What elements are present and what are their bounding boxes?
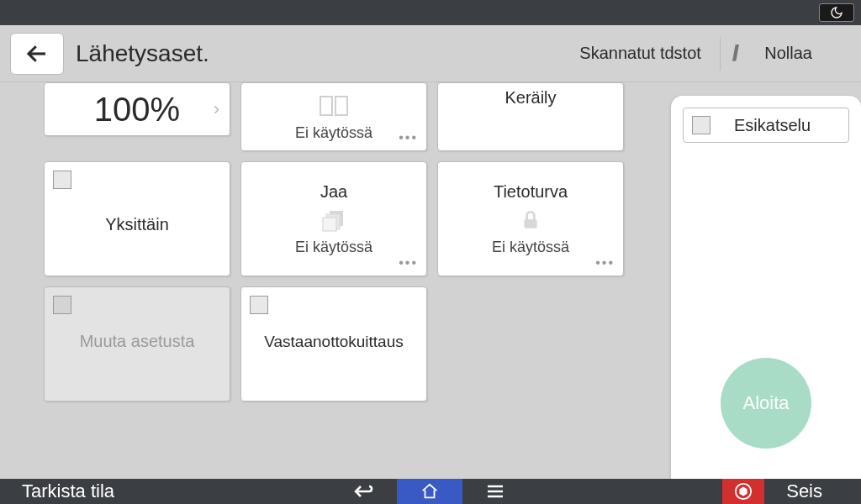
start-label: Aloita (742, 392, 789, 414)
svg-rect-6 (524, 218, 536, 228)
stack-icon (321, 207, 346, 234)
card-tietoturva[interactable]: Tietoturva Ei käytössä ••• (437, 161, 624, 276)
main: 100% › Ei käytössä ••• Keräily Yksittäin… (0, 82, 861, 479)
checkbox[interactable] (250, 296, 268, 314)
stop-icon (734, 482, 753, 501)
preview-checkbox[interactable] (692, 116, 710, 134)
arrow-left-icon (24, 41, 50, 66)
page-title: Lähetysaset. (76, 40, 561, 67)
card-unknown-1[interactable]: Ei käytössä ••• (240, 82, 427, 151)
card-vastaanottokuittaus[interactable]: Vastaanottokuittaus (240, 286, 427, 402)
status-bar (0, 0, 861, 25)
svg-rect-1 (320, 97, 332, 115)
card-title: Yksittäin (105, 215, 169, 234)
card-keraily[interactable]: Keräily (437, 82, 624, 151)
checkbox[interactable] (53, 171, 71, 189)
chevron-right-icon: › (214, 98, 219, 120)
more-icon: ••• (595, 255, 615, 270)
card-zoom[interactable]: 100% › (44, 82, 230, 136)
home-button[interactable] (397, 479, 462, 504)
card-muuta-asetusta: Muuta asetusta (44, 286, 230, 402)
settings-grid-container: 100% › Ei käytössä ••• Keräily Yksittäin… (0, 82, 671, 479)
card-status: Ei käytössä (295, 239, 372, 256)
preview-label: Esikatselu (734, 116, 811, 135)
back-nav-button[interactable] (331, 479, 397, 504)
card-title: Jaa (320, 182, 347, 202)
separator-icon: // (720, 37, 746, 71)
bottom-center (136, 479, 722, 504)
card-status: Ei käytössä (295, 124, 372, 142)
right-panel: Esikatselu Aloita (671, 96, 861, 479)
checkbox (53, 296, 71, 314)
back-button[interactable] (10, 33, 64, 75)
card-title: Vastaanottokuittaus (264, 333, 403, 351)
settings-grid: 100% › Ei käytössä ••• Keräily Yksittäin… (44, 82, 649, 402)
stop-button[interactable] (722, 479, 764, 504)
card-title: Muuta asetusta (80, 332, 195, 351)
lock-icon (520, 207, 541, 234)
night-mode-icon[interactable] (819, 3, 854, 22)
card-title: Keräily (504, 88, 556, 108)
scanned-files-button[interactable]: Skannatut tdstot (561, 37, 720, 71)
home-icon (420, 482, 440, 501)
card-title: Tietoturva (494, 182, 568, 202)
bottom-bar: Tarkista tila Seis (0, 479, 861, 504)
menu-button[interactable] (462, 479, 528, 504)
svg-marker-11 (740, 487, 747, 496)
stop-section: Seis (722, 479, 861, 504)
zoom-value: 100% (94, 91, 180, 129)
return-icon (352, 483, 376, 500)
card-jaa[interactable]: Jaa Ei käytössä ••• (240, 161, 427, 276)
menu-icon (486, 484, 504, 499)
header: Lähetysaset. Skannatut tdstot // Nollaa (0, 25, 861, 82)
svg-rect-2 (335, 97, 347, 115)
more-icon: ••• (399, 255, 418, 270)
preview-button[interactable]: Esikatselu (683, 108, 849, 143)
card-status: Ei käytössä (492, 239, 569, 256)
more-icon: ••• (399, 130, 418, 145)
stop-label[interactable]: Seis (764, 480, 861, 502)
header-actions: Skannatut tdstot // Nollaa (561, 37, 831, 71)
book-open-icon (319, 92, 349, 119)
reset-button[interactable]: Nollaa (746, 37, 831, 71)
check-status-button[interactable]: Tarkista tila (0, 480, 136, 502)
start-button[interactable]: Aloita (721, 358, 811, 449)
card-yksittain[interactable]: Yksittäin (44, 161, 230, 276)
svg-rect-5 (323, 218, 336, 231)
